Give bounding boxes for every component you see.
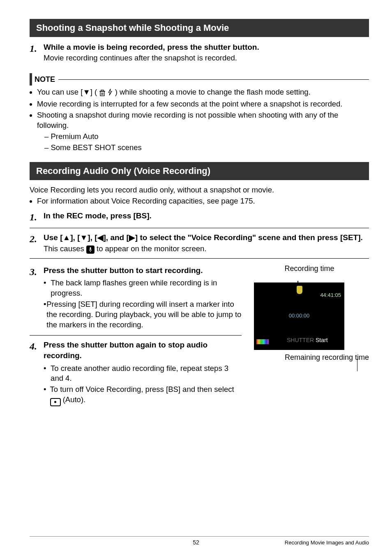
trash-icon	[99, 88, 106, 98]
flash-icon	[108, 88, 115, 96]
voice-step4-title: Press the shutter button again to stop a…	[44, 340, 242, 361]
step-1-text: Movie recording continues after the snap…	[44, 53, 369, 63]
voice-step4-b2: •To turn off Voice Recording, press [BS]…	[44, 384, 242, 406]
divider-1	[30, 228, 369, 228]
footer-divider	[30, 536, 369, 537]
screen-color-bar-icon	[256, 339, 269, 344]
camera-auto-icon	[50, 398, 61, 406]
section-voice-title: Recording Audio Only (Voice Recording)	[30, 162, 369, 180]
voice-step3-num: 3.	[30, 265, 44, 331]
mic-icon	[86, 245, 95, 254]
voice-intro-2: For information about Voice Recording ca…	[37, 196, 369, 206]
svg-rect-7	[90, 247, 91, 250]
voice-intro-1: Voice Recording lets you record audio on…	[30, 185, 369, 195]
note-label: NOTE	[35, 74, 55, 84]
voice-step2-text: This causes to appear on the monitor scr…	[44, 244, 369, 254]
note-block: NOTE You can use [▼] ( ) while shooting …	[30, 73, 369, 153]
left-arrow-icon: ◀	[97, 233, 104, 242]
screen-elapsed-time: 00:00:00	[254, 312, 344, 320]
note-sub-1: Premium Auto	[44, 132, 369, 142]
screen-label-top: Recording time	[250, 264, 369, 273]
up-arrow-icon: ▲	[62, 233, 70, 242]
voice-step1-num: 1.	[30, 211, 44, 224]
voice-step2-title: Use [▲], [▼], [◀], and [▶] to select the…	[44, 232, 369, 243]
screen-label-bottom: Remaining recording time	[250, 352, 369, 362]
screen-start-label: SHUTTER Start	[287, 336, 328, 344]
screen-mic-icon	[297, 286, 302, 294]
step-1-num: 1.	[30, 42, 44, 64]
voice-step4-b1: •To create another audio recording file,…	[44, 364, 242, 384]
voice-step4-num: 4.	[30, 340, 44, 407]
voice-step3-title: Press the shutter button to start record…	[44, 265, 242, 276]
down-arrow-icon: ▼	[80, 233, 88, 242]
footer-section: Recording Movie Images and Audio	[285, 539, 369, 546]
camera-screen: 44:41:05 00:00:00 SHUTTER Start	[254, 282, 344, 350]
note-bar-icon	[30, 73, 32, 86]
note-sub-2: Some BEST SHOT scenes	[44, 143, 369, 153]
step-1-title: While a movie is being recorded, press t…	[44, 42, 369, 53]
svg-marker-6	[108, 89, 112, 95]
note-bullet-3: Shooting a snapshot during movie recordi…	[37, 110, 369, 153]
down-arrow-icon: ▼	[83, 88, 90, 96]
voice-step3-b2: •Pressing [SET] during recording will in…	[44, 299, 242, 330]
screen-remaining-time: 44:41:05	[320, 292, 341, 299]
right-arrow-icon: ▶	[129, 233, 135, 242]
voice-step1-title: In the REC mode, press [BS].	[44, 211, 369, 221]
pointer-right-icon	[357, 359, 358, 371]
section-snapshot-title: Shooting a Snapshot while Shooting a Mov…	[30, 19, 369, 37]
divider-2	[30, 258, 369, 259]
voice-step3-b1: •The back lamp flashes green while recor…	[44, 278, 242, 299]
note-bullet-2: Movie recording is interrupted for a few…	[37, 99, 369, 109]
svg-rect-2	[101, 90, 104, 91]
divider-3	[30, 335, 242, 336]
voice-step2-num: 2.	[30, 232, 44, 254]
note-bullet-1: You can use [▼] ( ) while shooting a mov…	[37, 87, 369, 98]
